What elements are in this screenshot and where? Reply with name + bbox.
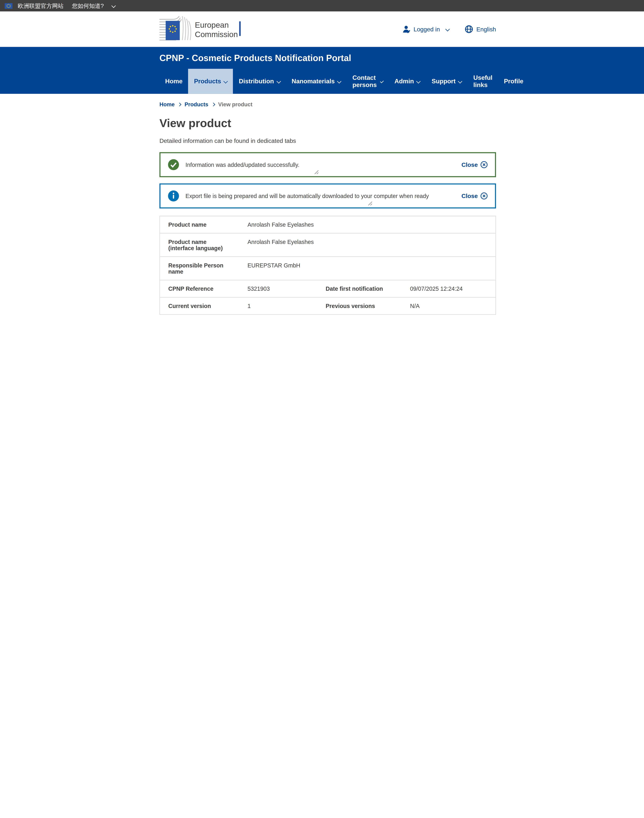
breadcrumb-products[interactable]: Products	[184, 101, 208, 107]
chevron-down-icon	[380, 80, 384, 83]
eu-official-site-bar: 欧洲联盟官方网站 您如何知道?	[0, 0, 644, 11]
table-row: Product name Anrolash False Eyelashes	[160, 216, 495, 233]
site-header: European Commission Logged in English	[0, 11, 644, 47]
language-selector[interactable]: English	[465, 25, 496, 33]
chevron-down-icon	[416, 79, 421, 83]
chevron-down-icon	[458, 79, 463, 83]
breadcrumb: HomeProductsView product	[159, 101, 496, 107]
nav-item-useful-links[interactable]: Useful links	[468, 69, 498, 94]
table-row: Responsible Person name EUREPSTAR GmbH	[160, 256, 495, 280]
nav-item-home[interactable]: Home	[159, 69, 188, 94]
product-name-label: Product name	[160, 216, 239, 233]
resize-gripper-icon[interactable]	[314, 170, 319, 175]
nav-item-support[interactable]: Support	[426, 69, 468, 94]
nav-item-products[interactable]: Products	[188, 69, 233, 94]
app-banner: CPNP - Cosmetic Products Notification Po…	[0, 47, 644, 94]
svg-text:European: European	[195, 21, 229, 29]
close-button[interactable]: Close	[462, 192, 488, 200]
success-check-icon	[168, 159, 179, 170]
close-button[interactable]: Close	[462, 161, 488, 168]
nav-item-profile[interactable]: Profile	[498, 69, 529, 94]
person-check-icon	[402, 25, 411, 33]
ec-logo: European Commission	[159, 15, 243, 43]
cpnp-reference-value: 5321903	[239, 280, 317, 297]
info-icon	[168, 190, 179, 202]
main-nav: Home Products Distribution Nanomaterials…	[159, 69, 496, 94]
success-message-text: Information was added/updated successful…	[186, 162, 299, 168]
success-message: Information was added/updated successful…	[159, 152, 496, 177]
breadcrumb-home[interactable]: Home	[159, 101, 175, 107]
page-title: View product	[159, 117, 496, 130]
product-summary-table: Product name Anrolash False Eyelashes Pr…	[159, 216, 496, 315]
date-first-notification-label: Date first notification	[317, 280, 402, 297]
cpnp-reference-label: CPNP Reference	[160, 280, 239, 297]
close-icon	[480, 161, 488, 168]
previous-versions-value: N/A	[402, 298, 496, 314]
current-version-value: 1	[239, 298, 317, 314]
chevron-down-icon	[224, 79, 228, 83]
nav-item-distribution[interactable]: Distribution	[233, 69, 286, 94]
current-version-label: Current version	[160, 298, 239, 314]
table-row: Current version 1 Previous versions N/A	[160, 297, 495, 315]
nav-item-nanomaterials[interactable]: Nanomaterials	[286, 69, 347, 94]
globe-icon	[465, 25, 473, 33]
logged-in-label: Logged in	[414, 26, 440, 32]
table-row: CPNP Reference 5321903 Date first notifi…	[160, 280, 495, 297]
chevron-down-icon	[446, 27, 450, 31]
app-title: CPNP - Cosmetic Products Notification Po…	[159, 47, 496, 69]
previous-versions-label: Previous versions	[317, 298, 402, 314]
svg-text:Commission: Commission	[195, 30, 238, 39]
chevron-right-icon	[212, 103, 215, 106]
language-label: English	[476, 26, 496, 32]
responsible-person-label: Responsible Person name	[160, 257, 239, 280]
info-message: Export file is being prepared and will b…	[159, 183, 496, 209]
page-subtitle: Detailed information can be found in ded…	[159, 138, 496, 144]
nav-item-admin[interactable]: Admin	[389, 69, 426, 94]
chevron-down-icon	[337, 79, 342, 83]
resize-gripper-icon[interactable]	[368, 201, 373, 206]
topbar-question-label[interactable]: 您如何知道?	[72, 2, 104, 10]
product-name-interface-value: Anrolash False Eyelashes	[239, 233, 495, 256]
responsible-person-value: EUREPSTAR GmbH	[239, 257, 495, 280]
table-row: Product name (interface language) Anrola…	[160, 233, 495, 256]
breadcrumb-current: View product	[218, 101, 252, 107]
chevron-right-icon	[178, 103, 181, 106]
date-first-notification-value: 09/07/2025 12:24:24	[402, 280, 496, 297]
product-name-interface-label: Product name (interface language)	[160, 233, 239, 256]
chevron-down-icon	[276, 79, 281, 83]
chevron-down-icon[interactable]	[112, 3, 116, 8]
close-icon	[480, 192, 488, 200]
eu-flag-icon	[5, 3, 12, 9]
info-message-text: Export file is being prepared and will b…	[186, 193, 429, 199]
nav-item-contact-persons[interactable]: Contact persons	[347, 69, 389, 94]
topbar-site-label: 欧洲联盟官方网站	[18, 2, 64, 10]
logged-in-menu[interactable]: Logged in	[402, 25, 449, 33]
product-name-value: Anrolash False Eyelashes	[239, 216, 495, 233]
